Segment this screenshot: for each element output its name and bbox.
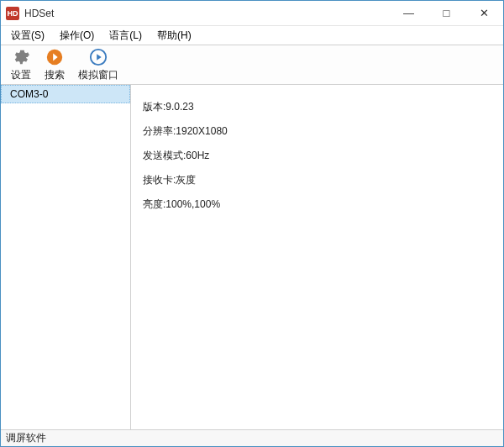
menubar: 设置(S) 操作(O) 语言(L) 帮助(H)	[1, 26, 503, 45]
toolbar-settings-button[interactable]: 设置	[4, 47, 38, 82]
toolbar-search-label: 搜索	[45, 68, 65, 82]
detail-sendmode: 发送模式:60Hz	[143, 149, 491, 163]
status-text: 调屏软件	[6, 431, 46, 445]
detail-resolution-label: 分辨率:	[143, 125, 176, 137]
sidebar-item-label: COM3-0	[10, 88, 48, 100]
content-area: COM3-0 版本:9.0.23 分辨率:1920X1080 发送模式:60Hz…	[1, 85, 503, 429]
detail-recvcard-value: 灰度	[176, 174, 196, 186]
play-circle-icon	[88, 47, 108, 67]
statusbar: 调屏软件	[1, 429, 503, 446]
menu-language[interactable]: 语言(L)	[102, 27, 149, 45]
arrow-right-circle-icon	[45, 47, 65, 67]
toolbar-simwindow-label: 模拟窗口	[78, 68, 118, 82]
detail-version: 版本:9.0.23	[143, 100, 491, 114]
toolbar-simwindow-button[interactable]: 模拟窗口	[71, 47, 125, 82]
detail-recvcard-label: 接收卡:	[143, 174, 176, 186]
sidebar: COM3-0	[1, 85, 131, 429]
app-icon: HD	[6, 7, 19, 20]
app-title: HDSet	[24, 8, 54, 19]
detail-sendmode-label: 发送模式:	[143, 150, 186, 161]
titlebar: HD HDSet — □ ✕	[1, 1, 503, 26]
detail-brightness-label: 亮度:	[143, 198, 165, 210]
close-button[interactable]: ✕	[465, 1, 503, 26]
detail-recvcard: 接收卡:灰度	[143, 173, 491, 187]
detail-pane: 版本:9.0.23 分辨率:1920X1080 发送模式:60Hz 接收卡:灰度…	[131, 85, 503, 429]
toolbar: 设置 搜索 模拟窗口	[1, 45, 503, 85]
detail-version-value: 9.0.23	[165, 101, 193, 113]
sidebar-item-com[interactable]: COM3-0	[1, 85, 130, 103]
gear-icon	[11, 47, 31, 67]
maximize-button[interactable]: □	[428, 1, 465, 26]
minimize-button[interactable]: —	[390, 1, 428, 26]
detail-brightness-value: 100%,100%	[165, 198, 220, 210]
detail-resolution-value: 1920X1080	[176, 125, 227, 137]
menu-settings[interactable]: 设置(S)	[4, 27, 51, 45]
app-window: HD HDSet — □ ✕ 设置(S) 操作(O) 语言(L) 帮助(H) 设…	[0, 0, 504, 447]
detail-version-label: 版本:	[143, 101, 165, 113]
detail-resolution: 分辨率:1920X1080	[143, 124, 491, 139]
toolbar-search-button[interactable]: 搜索	[38, 47, 71, 82]
menu-operate[interactable]: 操作(O)	[53, 27, 101, 45]
detail-sendmode-value: 60Hz	[186, 150, 209, 161]
menu-help[interactable]: 帮助(H)	[150, 27, 198, 45]
toolbar-settings-label: 设置	[11, 68, 31, 82]
detail-brightness: 亮度:100%,100%	[143, 197, 491, 212]
